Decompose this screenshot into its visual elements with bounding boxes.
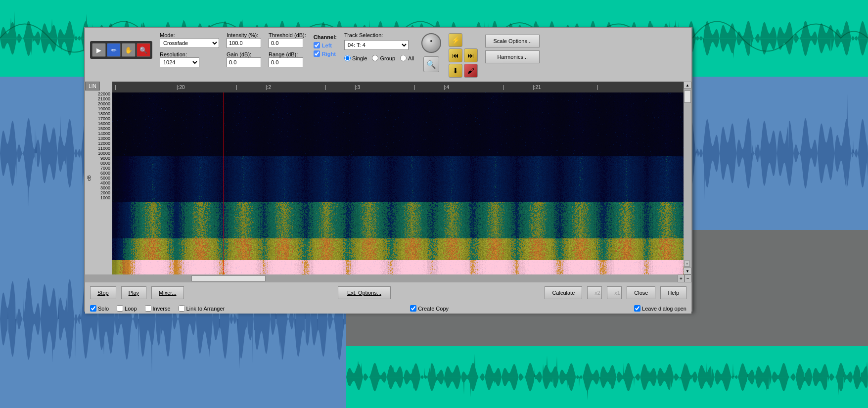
side-buttons: Scale Options... Harmonics...	[485, 35, 540, 63]
freq-14000: 14000	[87, 131, 110, 136]
channel-label: Channel:	[314, 34, 337, 40]
x1-button[interactable]: x1	[607, 286, 622, 299]
paint-icon-button[interactable]: 🖌	[464, 64, 478, 78]
create-copy-checkbox[interactable]	[410, 305, 416, 312]
zoom-buttons: + −	[678, 274, 691, 282]
time-tick-end: |	[597, 85, 598, 90]
stop-button[interactable]: Stop	[90, 286, 116, 299]
scroll-plus-button[interactable]: +	[684, 261, 690, 267]
scroll-thumb[interactable]	[684, 91, 691, 103]
mode-select[interactable]: Crossfade	[160, 38, 219, 48]
inverse-checkbox[interactable]	[145, 305, 151, 312]
intensity-input[interactable]: 100.0	[227, 38, 261, 48]
scroll-down-button[interactable]: ▼	[684, 268, 691, 274]
resolution-select[interactable]: 1024	[160, 57, 199, 67]
lin-button[interactable]: LIN	[85, 82, 100, 91]
single-radio[interactable]	[344, 55, 351, 61]
create-copy-label: Create Copy	[418, 306, 449, 312]
freq-10000: 10000	[87, 151, 110, 156]
range-label: Range (dB):	[269, 51, 298, 57]
right-channel-checkbox[interactable]	[314, 50, 320, 57]
solo-checkbox[interactable]	[90, 305, 96, 312]
time-label-3: |:3	[355, 85, 360, 90]
time-ruler: | |:20 | |:2 | |:3 | |:4 | |:21 |	[112, 82, 684, 92]
intensity-label: Intensity (%):	[227, 32, 258, 38]
leave-open-option: Leave dialog open	[634, 305, 686, 312]
loop-label: Loop	[125, 306, 137, 312]
solo-option: Solo	[90, 305, 109, 312]
cursor-line	[224, 92, 224, 274]
calculate-button[interactable]: Calculate	[545, 286, 582, 299]
time-tick-3a: |	[325, 85, 326, 90]
time-label-20: |:20	[177, 85, 185, 90]
help-button[interactable]: Help	[660, 286, 686, 299]
time-tick-start: |	[115, 85, 116, 90]
vertical-scrollbar[interactable]: ▲ ▼ +	[684, 82, 691, 274]
freq-16000: 16000	[87, 121, 110, 126]
left-channel-label: Left	[322, 43, 332, 48]
bg-bottom-right	[346, 346, 868, 408]
right-channel-label: Right	[322, 51, 336, 57]
channel-group: Channel: Left Right	[314, 34, 337, 57]
zoom-plus-button[interactable]: +	[678, 274, 685, 282]
prev-icon-button[interactable]: ⏮	[449, 48, 462, 62]
ext-options-button[interactable]: Ext. Options...	[338, 286, 391, 299]
group-radio[interactable]	[372, 55, 378, 61]
zoom-tool-button[interactable]: 🔍	[137, 43, 150, 57]
time-tick-4a: |	[414, 85, 415, 90]
link-arranger-option: Link to Arranger	[179, 305, 225, 312]
pan-tool-button[interactable]: ✋	[122, 43, 136, 57]
time-label-2: |:2	[266, 85, 271, 90]
mixer-button[interactable]: Mixer...	[151, 286, 183, 299]
play-button[interactable]: Play	[121, 286, 146, 299]
track-label: Track Selection:	[344, 32, 414, 38]
freq-19000: 19000	[87, 106, 110, 111]
track-group: Track Selection: 04: T: 4 Single Group A…	[344, 32, 414, 61]
freq-3000: 3000	[87, 185, 110, 190]
loop-option: Loop	[117, 305, 137, 312]
loop-checkbox[interactable]	[117, 305, 123, 312]
freq-12000: 12000	[87, 141, 110, 146]
leave-open-label: Leave dialog open	[642, 306, 686, 312]
horizontal-scrollbar[interactable]: + −	[85, 274, 691, 282]
track-select[interactable]: 04: T: 4	[344, 40, 409, 50]
freq-17000: 17000	[87, 116, 110, 121]
magnify-button[interactable]: 🔍	[423, 56, 439, 72]
scrollbar-thumb[interactable]	[191, 275, 266, 281]
draw-tool-button[interactable]: ✏	[107, 43, 121, 57]
freq-8000: 8000	[87, 161, 110, 166]
x2-button[interactable]: x2	[587, 286, 602, 299]
scale-options-button[interactable]: Scale Options...	[485, 35, 540, 47]
zoom-minus-button[interactable]: −	[685, 274, 691, 282]
select-tool-button[interactable]: ▶	[92, 43, 106, 57]
main-knob[interactable]	[421, 33, 441, 53]
all-radio[interactable]	[400, 55, 407, 61]
left-channel-checkbox[interactable]	[314, 42, 320, 48]
spectrogram-canvas[interactable]	[112, 92, 684, 274]
spectrogram-display[interactable]: | |:20 | |:2 | |:3 | |:4 | |:21 |	[112, 82, 684, 274]
scroll-up-button[interactable]: ▲	[684, 82, 691, 89]
down-icon-button[interactable]: ⬇	[449, 64, 462, 78]
freq-9000: 9000	[87, 156, 110, 161]
freq-20000: 20000	[87, 101, 110, 106]
main-dialog: ▶ ✏ ✋ 🔍 Mode: Crossfade Resolution: 1024	[84, 27, 692, 312]
db-axis-label: dB	[87, 175, 91, 181]
threshold-input[interactable]: 0.0	[269, 38, 303, 48]
leave-open-checkbox[interactable]	[634, 305, 640, 312]
threshold-label: Threshold (dB):	[269, 32, 306, 38]
close-button[interactable]: Close	[627, 286, 655, 299]
right-channel-row: Right	[314, 50, 337, 57]
freq-13000: 13000	[87, 136, 110, 141]
link-arranger-checkbox[interactable]	[179, 305, 185, 312]
next-icon-button[interactable]: ⏭	[464, 48, 478, 62]
link-arranger-label: Link to Arranger	[186, 306, 225, 312]
left-channel-row: Left	[314, 42, 337, 48]
gain-input[interactable]: 0.0	[227, 57, 261, 67]
harmonics-button[interactable]: Harmonics...	[485, 50, 540, 63]
time-tick-2a: |	[236, 85, 237, 90]
intensity-gain-group: Intensity (%): 100.0 Gain (dB): 0.0	[227, 32, 261, 67]
lightning-icon-button[interactable]: ⚡	[449, 33, 462, 47]
group-radio-label: Group	[372, 55, 395, 61]
freq-21000: 21000	[87, 96, 110, 101]
range-input[interactable]: 0.0	[269, 57, 303, 67]
